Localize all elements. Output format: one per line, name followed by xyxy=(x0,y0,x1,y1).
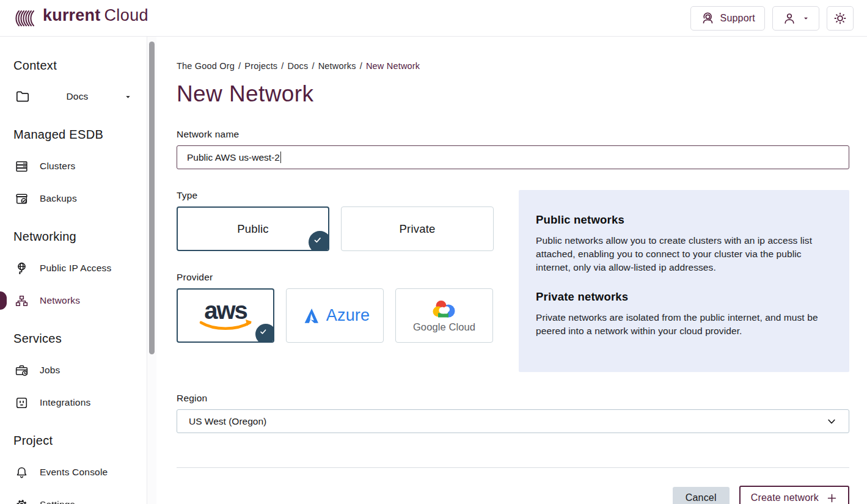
theme-toggle-button[interactable] xyxy=(827,6,854,31)
check-icon xyxy=(309,231,329,251)
breadcrumb-separator: / xyxy=(312,61,314,71)
user-menu-button[interactable] xyxy=(772,6,819,31)
sidebar-scrollbar-track xyxy=(147,37,156,504)
main-content: The Good Org/Projects/Docs/Networks/New … xyxy=(156,37,867,504)
sidebar-item-label: Backups xyxy=(40,193,77,204)
plus-icon xyxy=(826,492,838,504)
region-selected-value: US West (Oregon) xyxy=(189,416,266,427)
region-label: Region xyxy=(177,393,849,404)
azure-label: Azure xyxy=(326,306,370,325)
azure-icon xyxy=(300,306,321,326)
form-divider xyxy=(177,467,849,468)
sidebar-heading-project: Project xyxy=(13,434,139,448)
type-option-label: Private xyxy=(400,222,436,236)
app-header: kurrent Cloud Support xyxy=(0,0,867,37)
header-actions: Support xyxy=(690,6,854,31)
network-name-input[interactable]: Public AWS us-west-2 xyxy=(177,145,849,169)
provider-option-google-cloud[interactable]: Google Cloud xyxy=(395,288,493,343)
sidebar-heading-context: Context xyxy=(13,59,139,73)
type-option-label: Public xyxy=(237,222,269,236)
create-network-button[interactable]: Create network xyxy=(739,486,849,504)
provider-option-azure[interactable]: Azure xyxy=(286,288,384,343)
check-icon xyxy=(255,324,274,343)
sitemap-icon xyxy=(13,293,29,309)
info-body-public: Public networks allow you to create clus… xyxy=(536,234,826,274)
breadcrumb-project[interactable]: Docs xyxy=(288,61,309,71)
support-button[interactable]: Support xyxy=(690,6,765,31)
support-button-label: Support xyxy=(720,13,755,24)
sidebar-item-backups[interactable]: Backups xyxy=(13,191,139,206)
cancel-button[interactable]: Cancel xyxy=(673,487,730,504)
breadcrumb-separator: / xyxy=(238,61,241,71)
form-actions: Cancel Create network xyxy=(177,486,849,504)
azure-logo: Azure xyxy=(300,306,370,326)
kurrent-waves-icon xyxy=(15,6,39,31)
caret-down-icon xyxy=(124,93,132,101)
svg-text:aws: aws xyxy=(204,297,247,324)
info-heading-public: Public networks xyxy=(536,213,826,227)
context-selector[interactable]: Docs xyxy=(15,89,132,104)
sidebar-heading-services: Services xyxy=(13,332,139,346)
folder-icon xyxy=(15,89,31,104)
logo-text-secondary: Cloud xyxy=(104,6,148,25)
provider-option-aws[interactable]: aws xyxy=(177,288,274,343)
sidebar-item-networks[interactable]: Networks xyxy=(13,293,139,309)
breadcrumb-separator: / xyxy=(360,61,362,71)
sidebar-heading-managed-esdb: Managed ESDB xyxy=(13,128,139,142)
breadcrumb-org[interactable]: The Good Org xyxy=(177,61,235,71)
outlet-icon xyxy=(13,395,29,411)
google-cloud-logo: Google Cloud xyxy=(413,298,475,333)
sun-icon xyxy=(832,10,848,26)
server-icon xyxy=(13,158,29,174)
sidebar-item-label: Clusters xyxy=(40,161,75,172)
breadcrumb-current: New Network xyxy=(366,61,420,71)
network-name-label: Network name xyxy=(177,129,849,140)
sidebar-item-public-ip-access[interactable]: Public IP Access xyxy=(13,260,139,276)
text-cursor xyxy=(280,152,282,163)
app-logo[interactable]: kurrent Cloud xyxy=(15,6,148,31)
person-icon xyxy=(782,11,797,26)
sidebar-item-jobs[interactable]: Jobs xyxy=(13,362,139,378)
headset-icon xyxy=(700,11,715,26)
logo-text-primary: kurrent xyxy=(43,6,100,25)
chevron-down-icon xyxy=(826,416,837,427)
info-body-private: Private networks are isolated from the p… xyxy=(536,311,826,338)
bell-icon xyxy=(13,464,29,480)
breadcrumb-networks[interactable]: Networks xyxy=(318,61,356,71)
backup-box-icon xyxy=(13,191,29,206)
sidebar: Context Docs Managed ESDB Clusters xyxy=(0,37,156,504)
sidebar-item-events-console[interactable]: Events Console xyxy=(13,464,139,480)
info-heading-private: Private networks xyxy=(536,290,826,304)
sidebar-item-label: Integrations xyxy=(40,397,90,408)
breadcrumb-projects[interactable]: Projects xyxy=(244,61,277,71)
sidebar-item-label: Jobs xyxy=(40,365,60,376)
breadcrumb: The Good Org/Projects/Docs/Networks/New … xyxy=(177,61,849,71)
sidebar-item-label: Public IP Access xyxy=(40,263,112,274)
sidebar-scrollbar-thumb[interactable] xyxy=(149,42,155,354)
type-option-private[interactable]: Private xyxy=(341,206,494,251)
caret-down-icon xyxy=(802,15,810,22)
google-cloud-icon xyxy=(430,298,458,320)
network-name-value: Public AWS us-west-2 xyxy=(187,152,280,163)
gear-icon xyxy=(13,497,29,504)
sidebar-item-integrations[interactable]: Integrations xyxy=(13,395,139,411)
type-label: Type xyxy=(177,190,494,201)
type-option-public[interactable]: Public xyxy=(177,206,329,251)
sidebar-item-settings[interactable]: Settings xyxy=(13,497,139,504)
sidebar-item-label: Settings xyxy=(40,499,75,504)
context-selected-label: Docs xyxy=(66,91,88,102)
breadcrumb-separator: / xyxy=(281,61,284,71)
region-select[interactable]: US West (Oregon) xyxy=(177,409,849,433)
provider-label: Provider xyxy=(177,272,494,283)
create-network-label: Create network xyxy=(751,492,819,503)
page-title: New Network xyxy=(177,81,849,107)
sidebar-item-clusters[interactable]: Clusters xyxy=(13,158,139,174)
sidebar-item-label: Networks xyxy=(40,295,80,306)
sidebar-item-label: Events Console xyxy=(40,467,108,478)
google-cloud-label: Google Cloud xyxy=(413,321,475,333)
aws-logo: aws xyxy=(191,297,260,335)
globe-node-icon xyxy=(13,260,29,276)
briefcase-clock-icon xyxy=(13,362,29,378)
sidebar-heading-networking: Networking xyxy=(13,230,139,244)
network-type-info-panel: Public networks Public networks allow yo… xyxy=(519,190,849,372)
